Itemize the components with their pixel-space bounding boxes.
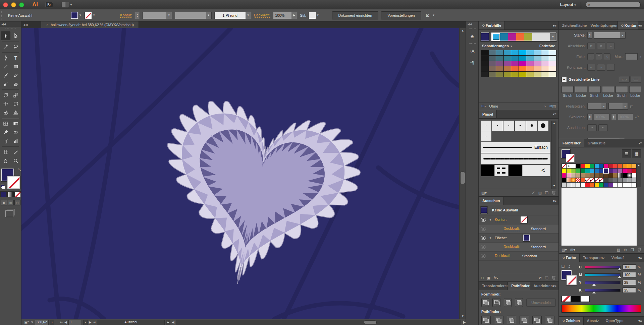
add-effect-icon[interactable]: fx▾ [494, 276, 498, 280]
swatch[interactable] [567, 173, 571, 178]
delete-swatch-icon[interactable] [637, 247, 641, 252]
swatch[interactable] [595, 164, 599, 168]
fill-attribute-row[interactable]: ▼ Fläche: [479, 234, 558, 243]
swatch[interactable] [632, 173, 636, 178]
rotate-tool[interactable] [1, 91, 10, 100]
scale-start-field[interactable]: 100% [594, 114, 609, 120]
round-cap-button[interactable]: ⊂ [597, 43, 605, 49]
stroke-color-dropdown[interactable]: ▼ [85, 12, 96, 19]
swatch[interactable] [604, 183, 608, 187]
divide-button[interactable] [481, 316, 491, 324]
swatch[interactable] [627, 183, 632, 187]
dash-field[interactable] [589, 86, 601, 93]
color-variations-grid[interactable] [481, 50, 556, 77]
scroll-right-icon[interactable]: ▶ [463, 320, 466, 324]
grid-view-button[interactable]: ▦ [632, 149, 641, 157]
export-icon[interactable]: ⇱ [31, 320, 34, 324]
swatch[interactable] [613, 178, 618, 182]
slice-tool[interactable] [11, 148, 20, 156]
white-swatch[interactable] [580, 296, 590, 302]
lasso-tool[interactable] [11, 43, 20, 51]
swatch[interactable] [608, 173, 613, 178]
perspective-grid-tool[interactable] [11, 108, 20, 117]
color-variation-swatch[interactable] [489, 72, 496, 77]
color-variation-swatch[interactable] [511, 72, 519, 77]
collapse-tools-button[interactable]: ◀◀ [0, 21, 21, 27]
preserve-dash-button[interactable]: ⊏⊐ [619, 76, 630, 83]
free-transform-tool[interactable] [11, 100, 20, 108]
window-close-button[interactable] [3, 2, 8, 7]
calligraphic-brush-swatch[interactable] [526, 121, 537, 131]
swatch[interactable] [595, 183, 599, 187]
search-input[interactable]: ⌕ [586, 2, 641, 8]
swatch[interactable] [608, 183, 613, 187]
weight-stepper[interactable]: ▲▼ [587, 32, 592, 39]
swatch[interactable] [567, 183, 571, 187]
workspace-switcher[interactable]: ▼ [62, 2, 72, 7]
zoom-tool[interactable] [11, 156, 20, 165]
scale-stepper[interactable]: ▲▼ [611, 114, 616, 120]
color-variation-swatch[interactable] [489, 61, 496, 66]
bridge-button[interactable]: Br [45, 2, 53, 7]
object-opacity-row[interactable]: Deckkraft: Standard [479, 252, 558, 261]
dash-field[interactable] [615, 86, 628, 93]
column-graph-tool[interactable] [11, 137, 20, 145]
swatch[interactable] [585, 183, 590, 187]
panel-menu-icon[interactable]: ▾≡ [553, 197, 558, 205]
slider-thumb[interactable] [592, 283, 596, 286]
swatch[interactable] [618, 169, 622, 173]
swatch-list-empty-area[interactable] [561, 188, 637, 246]
color-variation-swatch[interactable] [534, 72, 541, 77]
add-new-stroke-icon[interactable]: □ [481, 276, 484, 280]
scale-tool[interactable] [11, 91, 20, 100]
opacity-field[interactable]: 100% ▶ [273, 12, 297, 19]
magic-wand-tool[interactable] [1, 43, 10, 51]
swap-arrowheads-icon[interactable]: ⇄ [630, 104, 633, 109]
panel-menu-icon[interactable]: ▾≡ [638, 317, 644, 325]
dash-field[interactable] [602, 86, 614, 93]
artwork-canvas[interactable] [21, 28, 459, 319]
minus-back-button[interactable] [545, 316, 554, 324]
swatch[interactable] [608, 164, 613, 168]
swatch[interactable] [599, 183, 604, 187]
channel-slider[interactable] [585, 273, 621, 276]
color-variation-swatch[interactable] [511, 56, 519, 61]
align-outside-button[interactable]: ∟ [607, 64, 615, 71]
horizontal-scroll-thumb[interactable] [364, 320, 377, 324]
paragraph-styles-panel-icon[interactable]: ▫¶ [468, 58, 477, 67]
document-setup-button[interactable]: Dokument einrichten [332, 11, 379, 19]
artboard-number-field[interactable]: 1 [68, 320, 82, 325]
artboard-dropdown-icon[interactable]: ▼ [83, 320, 88, 325]
scroll-down-icon[interactable]: ▼ [460, 314, 466, 319]
swatch-scrollbar[interactable]: ▲ [636, 164, 641, 187]
channel-slider[interactable] [585, 266, 621, 269]
stroke-opacity-row[interactable]: Deckkraft: Standard [479, 224, 558, 234]
stroke-weight-combo[interactable]: ▼ [143, 12, 172, 19]
swatch[interactable] [571, 173, 576, 178]
swatch[interactable] [576, 169, 580, 173]
color-variation-swatch[interactable] [504, 61, 511, 66]
fill-stroke-mini-icon[interactable]: ❏ [561, 265, 565, 268]
window-zoom-button[interactable] [19, 2, 24, 7]
swatch[interactable]: ◣ [595, 178, 599, 182]
tab-pinsel[interactable]: Pinsel [479, 110, 497, 118]
list-view-button[interactable]: ≣ [622, 149, 631, 157]
swatch[interactable] [604, 173, 608, 178]
swatch[interactable] [567, 169, 571, 173]
zoom-level-field[interactable]: 380,62 [35, 320, 49, 325]
horizontal-scrollbar[interactable] [176, 320, 461, 325]
brush-simple[interactable]: Einfach [481, 142, 550, 153]
swatch[interactable] [562, 183, 566, 187]
previous-artboard-button[interactable]: ◀ [64, 320, 67, 324]
swatch-options-icon[interactable]: ▤ [617, 248, 620, 252]
color-variation-swatch[interactable] [549, 72, 556, 77]
swatch[interactable] [613, 173, 618, 178]
tints-header[interactable]: Farbtöne [539, 44, 555, 48]
crop-button[interactable] [520, 316, 529, 324]
color-variation-swatch[interactable] [481, 50, 488, 55]
paint-none-button[interactable] [14, 191, 21, 197]
channel-value-field[interactable]: 25 [623, 287, 636, 293]
document-tab[interactable]: × halloween-flyer.ai* bei 380,62 % (CMYK… [41, 21, 139, 28]
channel-slider[interactable] [585, 289, 621, 292]
align-dash-button[interactable]: ⊏⊐ [631, 76, 641, 83]
